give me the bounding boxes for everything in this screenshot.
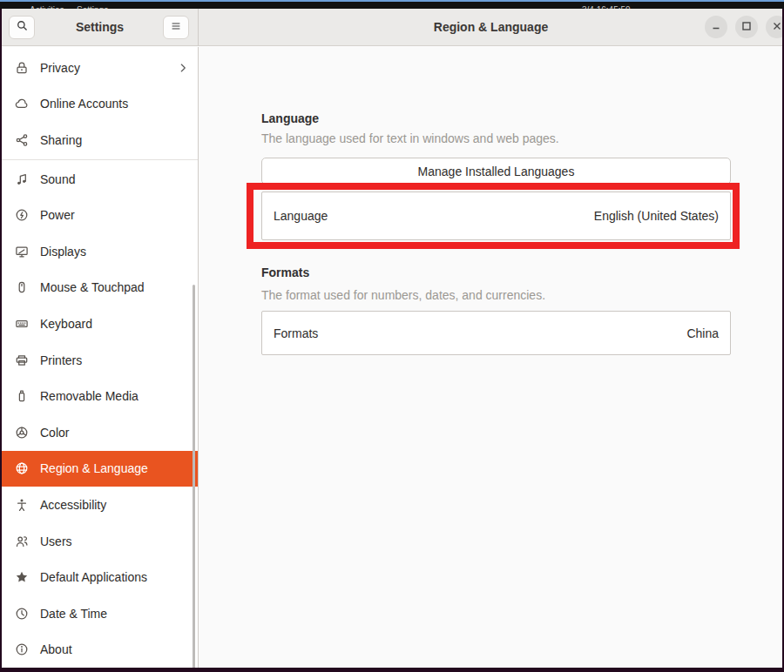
formats-row[interactable]: Formats China [261,311,731,355]
sidebar-item-label: Mouse & Touchpad [40,280,145,294]
formats-section-title: Formats [261,265,309,279]
sidebar-item-sharing[interactable]: Sharing [2,122,198,158]
sidebar-item-default-applications[interactable]: Default Applications [2,559,198,595]
printer-icon [15,353,29,367]
language-row-value: English (United States) [594,209,719,223]
sidebar-item-accessibility[interactable]: Accessibility [2,487,198,523]
clock-icon [15,607,29,621]
sidebar-item-online-accounts[interactable]: Online Accounts [2,86,198,123]
sidebar-item-label: Sharing [40,133,82,147]
formats-section-description: The format used for numbers, dates, and … [261,288,545,302]
sidebar-item-label: Privacy [40,61,80,75]
minimize-button[interactable] [705,16,727,38]
sidebar-item-label: Sound [40,172,75,186]
star-icon [15,570,29,584]
sidebar-item-power[interactable]: Power [2,197,198,233]
window-controls [705,16,782,38]
sidebar-item-mouse-touchpad[interactable]: Mouse & Touchpad [2,270,198,306]
sidebar-item-privacy[interactable]: Privacy [2,50,198,86]
sidebar-item-date-time[interactable]: Date & Time [2,595,198,632]
removable-media-icon [15,389,29,403]
sidebar-item-displays[interactable]: Displays [2,233,198,270]
formats-row-label: Formats [274,326,318,340]
sidebar-item-label: Date & Time [40,607,107,621]
sidebar-item-label: Region & Language [40,461,148,475]
sidebar-header: Settings [2,9,199,46]
music-note-icon [15,172,29,186]
main-panel: Language The language used for text in w… [199,47,782,668]
sidebar-item-label: About [40,642,72,656]
sidebar-item-keyboard[interactable]: Keyboard [2,306,198,342]
chevron-right-icon [177,62,189,74]
sidebar-item-label: Power [40,208,75,222]
maximize-icon [741,19,752,35]
sidebar-item-label: Users [40,534,72,548]
maximize-button[interactable] [735,16,758,38]
sidebar-item-label: Default Applications [40,570,147,584]
sidebar-item-label: Removable Media [40,389,139,403]
main-header: Region & Language [199,9,782,46]
sidebar-item-label: Color [40,426,69,440]
mouse-icon [15,280,29,294]
sidebar-separator [2,159,198,160]
sidebar-item-sound[interactable]: Sound [2,161,198,198]
sidebar-item-label: Online Accounts [40,97,128,111]
sidebar-item-label: Keyboard [40,317,92,331]
settings-window: Settings Region & Language [2,9,782,668]
desktop-top-bar: Activities Settings 3/4 16:45:50 [0,0,784,9]
language-row[interactable]: Language English (United States) [261,192,731,240]
info-icon [15,642,29,656]
keyboard-icon [15,317,29,331]
sidebar: Privacy Online Accounts Sharing [2,47,199,668]
header-bar: Settings Region & Language [2,9,782,46]
sidebar-item-users[interactable]: Users [2,523,198,560]
sidebar-item-color[interactable]: Color [2,414,198,451]
sidebar-nav: Privacy Online Accounts Sharing [2,50,198,668]
sidebar-item-printers[interactable]: Printers [2,342,198,379]
share-icon [15,133,29,147]
display-icon [15,245,29,259]
power-icon [15,208,29,222]
sidebar-item-label: Accessibility [40,498,106,512]
close-button[interactable] [766,16,782,38]
cloud-icon [15,97,29,111]
close-icon [772,19,782,35]
sidebar-item-label: Printers [40,353,82,367]
language-row-label: Language [274,209,328,223]
globe-icon [15,461,29,475]
page-title: Region & Language [199,9,782,45]
accessibility-icon [15,498,29,512]
lock-icon [15,61,29,75]
sidebar-item-removable-media[interactable]: Removable Media [2,378,198,414]
hamburger-icon [170,20,182,36]
manage-installed-languages-button[interactable]: Manage Installed Languages [261,158,731,185]
sidebar-item-label: Displays [40,245,86,259]
minimize-icon [711,19,721,35]
menu-button[interactable] [163,16,189,39]
formats-row-value: China [686,326,719,340]
users-icon [15,534,29,548]
language-section-description: The language used for text in windows an… [261,131,559,145]
sidebar-item-about[interactable]: About [2,632,198,669]
sidebar-scrollbar[interactable] [193,285,195,668]
color-wheel-icon [15,426,29,440]
language-section-title: Language [261,111,319,125]
sidebar-item-region-language[interactable]: Region & Language [2,451,198,487]
